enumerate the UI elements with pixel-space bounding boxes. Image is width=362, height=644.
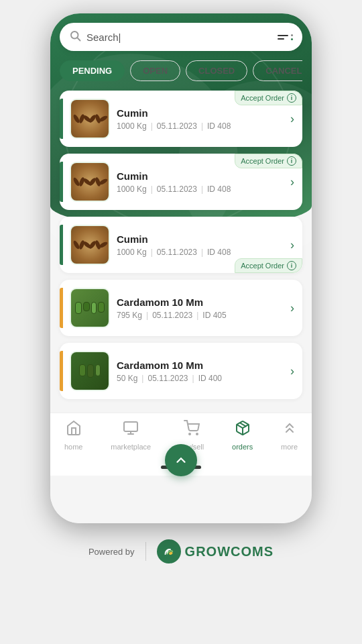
card-accent-4 [60, 288, 63, 328]
growcoms-brand-name: GROWCOMS [185, 544, 274, 559]
card-accent-2 [60, 162, 63, 202]
card-meta-1: 1000 Kg | 05.11.2023 | ID 408 [117, 121, 285, 131]
phone-screen: Search| PENDING [50, 13, 312, 523]
card-id-3: ID 408 [207, 248, 231, 257]
order-card-3[interactable]: Cumin 1000 Kg | 05.11.2023 | ID 408 › Ac… [60, 217, 302, 273]
card-title-2: Cumin [117, 170, 285, 182]
search-input[interactable]: Search| [86, 32, 278, 43]
card-accent-1 [60, 99, 63, 139]
order-card-1[interactable]: Cumin 1000 Kg | 05.11.2023 | ID 408 › Ac… [60, 91, 302, 147]
card-title-4: Cardamom 10 Mm [117, 297, 285, 308]
nav-orders[interactable]: orders [232, 420, 253, 451]
nav-home-label: home [64, 443, 83, 451]
fab-button[interactable] [165, 444, 197, 476]
home-icon [66, 420, 82, 440]
marketplace-icon [123, 420, 139, 440]
card-image-1 [70, 99, 110, 139]
card-info-4: Cardamom 10 Mm 795 Kg | 05.11.2023 | ID … [117, 297, 285, 320]
accept-badge-1[interactable]: Accept Order i [235, 91, 302, 105]
svg-rect-2 [124, 422, 137, 431]
order-card-4[interactable]: Cardamom 10 Mm 795 Kg | 05.11.2023 | ID … [60, 280, 302, 336]
nav-more[interactable]: more [281, 420, 298, 451]
card-info-2: Cumin 1000 Kg | 05.11.2023 | ID 408 [117, 170, 285, 194]
card-qty-4: 795 Kg [117, 311, 142, 320]
footer-logo: GROWCOMS [157, 539, 274, 564]
search-icon [69, 30, 81, 44]
order-card-5[interactable]: Cardamom 10 Mm 50 Kg | 05.11.2023 | ID 4… [60, 343, 302, 399]
footer: Powered by GROWCOMS [0, 523, 362, 574]
accept-label-2: Accept Order [241, 157, 284, 165]
nav-orders-label: orders [232, 443, 253, 451]
footer-divider [145, 542, 146, 561]
svg-point-5 [189, 433, 190, 435]
card-date-3: 05.11.2023 [157, 248, 197, 257]
card-image-2 [70, 162, 110, 202]
accept-badge-2[interactable]: Accept Order i [235, 154, 302, 168]
order-card-2[interactable]: Cumin 1000 Kg | 05.11.2023 | ID 408 › Ac… [60, 154, 302, 210]
card-qty-2: 1000 Kg [117, 184, 147, 194]
orders-list: Cumin 1000 Kg | 05.11.2023 | ID 408 › Ac… [60, 91, 302, 406]
card-date-5: 05.11.2023 [147, 374, 188, 383]
card-info-5: Cardamom 10 Mm 50 Kg | 05.11.2023 | ID 4… [117, 360, 285, 383]
footer-powered-text: Powered by [88, 547, 135, 557]
tab-pending[interactable]: PENDING [60, 60, 125, 81]
card-date-1: 05.11.2023 [157, 121, 197, 131]
nav-marketplace-label: marketplace [111, 443, 151, 451]
card-title-3: Cumin [117, 233, 285, 245]
card-accent-3 [60, 225, 63, 265]
card-id-5: ID 400 [198, 374, 222, 383]
phone-frame: Search| PENDING [50, 13, 312, 523]
buysell-icon [184, 420, 200, 440]
card-chevron-1: › [290, 112, 294, 126]
card-title-5: Cardamom 10 Mm [117, 360, 285, 371]
card-meta-3: 1000 Kg | 05.11.2023 | ID 408 [117, 248, 285, 257]
card-qty-1: 1000 Kg [117, 121, 147, 131]
card-id-1: ID 408 [207, 121, 231, 131]
more-icon [282, 420, 298, 440]
card-image-4 [70, 288, 110, 328]
tab-closed[interactable]: CLOSED [186, 60, 247, 81]
info-icon-3: i [287, 261, 296, 270]
card-date-2: 05.11.2023 [157, 184, 197, 194]
search-bar: Search| [60, 23, 302, 51]
nav-marketplace[interactable]: marketplace [111, 420, 151, 451]
tabs-bar: PENDING OPEN CLOSED CANCEL [60, 60, 302, 81]
card-chevron-5: › [290, 364, 294, 378]
svg-line-1 [77, 38, 80, 40]
card-meta-4: 795 Kg | 05.11.2023 | ID 405 [117, 311, 285, 320]
card-id-4: ID 405 [202, 311, 226, 320]
tab-cancel[interactable]: CANCEL [253, 60, 302, 81]
accept-badge-3[interactable]: Accept Order i [235, 258, 302, 273]
info-icon-1: i [287, 93, 296, 103]
card-qty-3: 1000 Kg [117, 248, 147, 257]
card-chevron-4: › [290, 301, 294, 315]
card-meta-2: 1000 Kg | 05.11.2023 | ID 408 [117, 184, 285, 194]
card-title-1: Cumin [117, 107, 285, 119]
card-accent-5 [60, 351, 63, 391]
filter-icon[interactable] [278, 34, 293, 40]
accept-label-1: Accept Order [241, 94, 284, 102]
card-chevron-3: › [290, 238, 294, 252]
svg-point-6 [196, 433, 198, 435]
nav-home[interactable]: home [64, 420, 83, 451]
tab-open[interactable]: OPEN [130, 60, 180, 81]
card-date-4: 05.11.2023 [152, 311, 192, 320]
nav-more-label: more [281, 443, 298, 451]
card-info-3: Cumin 1000 Kg | 05.11.2023 | ID 408 [117, 233, 285, 257]
card-image-5 [70, 351, 110, 391]
accept-label-3: Accept Order [241, 262, 284, 270]
orders-icon [235, 420, 251, 440]
growcoms-logo-icon [157, 539, 181, 564]
card-info-1: Cumin 1000 Kg | 05.11.2023 | ID 408 [117, 107, 285, 131]
card-chevron-2: › [290, 175, 294, 189]
card-id-2: ID 408 [207, 184, 231, 194]
info-icon-2: i [287, 156, 296, 166]
card-meta-5: 50 Kg | 05.11.2023 | ID 400 [117, 374, 285, 383]
card-qty-5: 50 Kg [117, 374, 137, 383]
card-image-3 [70, 225, 110, 265]
